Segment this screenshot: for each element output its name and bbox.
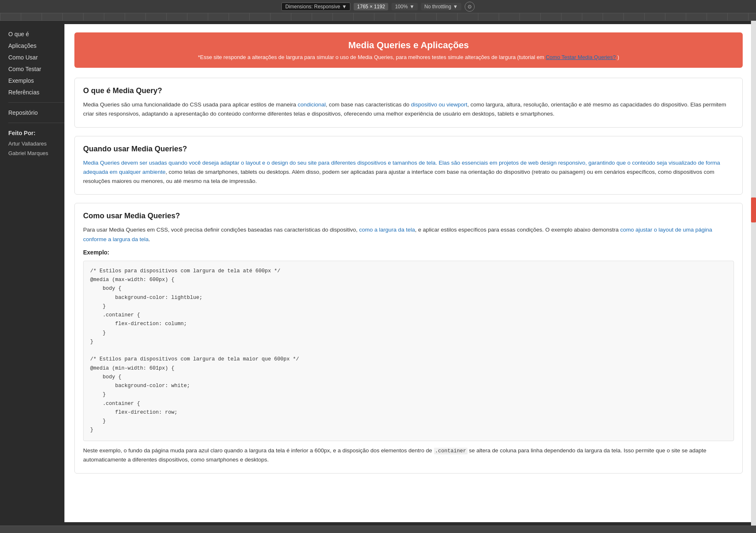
ruler-top (0, 13, 756, 21)
sidebar-item-como-usar[interactable]: Como Usar (8, 52, 64, 62)
code-block: /* Estilos para dispositivos com largura… (83, 261, 734, 441)
main-layout: O que é Aplicações Como Usar Como Testar… (0, 21, 756, 526)
content-wrapper[interactable]: Media Queries e Aplicações *Esse site re… (64, 21, 756, 526)
throttle-selector[interactable]: No throttling ▼ (421, 3, 461, 10)
banner-subtitle: *Esse site responde a alterações de larg… (83, 54, 734, 60)
zoom-selector[interactable]: 100% ▼ (392, 3, 418, 10)
scrollbar-thumb[interactable] (751, 197, 756, 222)
dimensions-selector[interactable]: Dimensions: Responsive ▼ (281, 2, 350, 11)
banner-link[interactable]: Como Testar Media Queries? (546, 54, 616, 60)
sidebar-item-referencias[interactable]: Referências (8, 87, 64, 97)
header-banner: Media Queries e Aplicações *Esse site re… (74, 32, 743, 68)
section-como-usar-after: Neste exemplo, o fundo da página muda pa… (83, 446, 734, 465)
section-como-usar-intro: Para usar Media Queries em CSS, você pre… (83, 225, 734, 244)
sidebar-item-repositorio[interactable]: Repositório (8, 108, 64, 118)
section-o-que-e: O que é Media Query? Media Queries são u… (74, 78, 743, 128)
sidebar: O que é Aplicações Como Usar Como Testar… (0, 21, 64, 526)
section-o-que-e-heading: O que é Media Query? (83, 86, 734, 95)
section-como-usar-heading: Como usar Media Queries? (83, 212, 734, 220)
example-label: Exemplo: (83, 249, 734, 256)
sidebar-item-o-que-e[interactable]: O que é (8, 29, 64, 39)
section-quando-usar-heading: Quando usar Media Queries? (83, 145, 734, 153)
camera-button[interactable]: ⊙ (465, 2, 475, 12)
author-2: Gabriel Marques (8, 149, 64, 157)
sidebar-item-exemplos[interactable]: Exemplos (8, 76, 64, 86)
sidebar-divider (8, 102, 64, 103)
sidebar-divider-2 (8, 123, 64, 123)
dimensions-arrow: ▼ (342, 4, 347, 10)
throttle-arrow: ▼ (453, 4, 458, 10)
zoom-arrow: ▼ (409, 4, 414, 10)
dimensions-label: Dimensions: Responsive (285, 4, 340, 10)
ruler-bottom (0, 526, 756, 533)
toolbar: Dimensions: Responsive ▼ 1765 × 1192 100… (0, 0, 756, 13)
content-inner: Media Queries e Aplicações *Esse site re… (64, 24, 753, 522)
author-1: Artur Valladares (8, 140, 64, 148)
viewport-size: 1765 × 1192 (354, 3, 388, 10)
section-como-usar: Como usar Media Queries? Para usar Media… (74, 203, 743, 473)
section-quando-usar-text: Media Queries devem ser usadas quando vo… (83, 158, 734, 186)
banner-title: Media Queries e Aplicações (83, 40, 734, 51)
sidebar-item-como-testar[interactable]: Como Testar (8, 64, 64, 74)
scrollbar-track[interactable] (751, 21, 756, 526)
section-o-que-e-text: Media Queries são uma funcionalidade do … (83, 100, 734, 119)
feito-por-label: Feito Por: (8, 128, 64, 138)
sidebar-item-aplicacoes[interactable]: Aplicações (8, 41, 64, 51)
section-quando-usar: Quando usar Media Queries? Media Queries… (74, 136, 743, 195)
